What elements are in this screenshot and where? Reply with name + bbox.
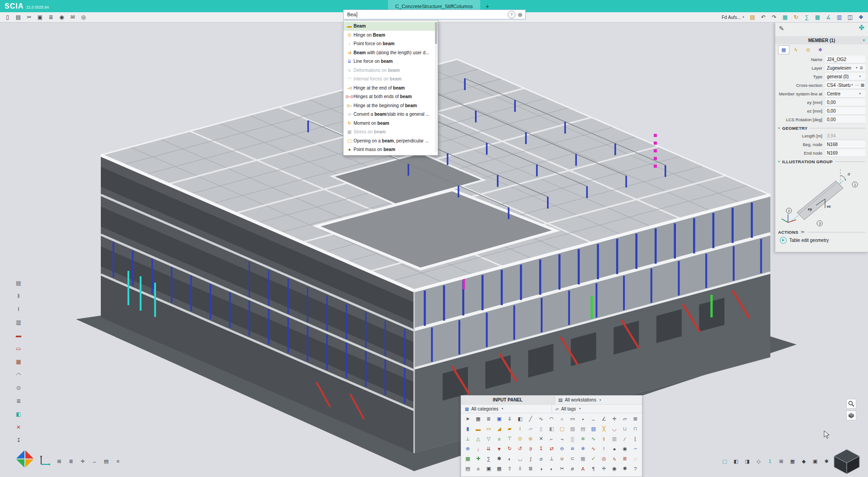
- cross-link-icon[interactable]: ✕: [536, 434, 546, 444]
- view-settings-icon[interactable]: ✱: [821, 457, 831, 466]
- numbering-icon[interactable]: 1: [765, 457, 775, 466]
- scrollbar-thumb[interactable]: [435, 22, 437, 44]
- help-tool-icon[interactable]: ?: [630, 464, 641, 473]
- tags-dropdown[interactable]: ▱ All tags ▾: [552, 405, 642, 413]
- result-internal-forces-on-beam[interactable]: ◠ Internal forces on beam: [344, 75, 438, 84]
- deformed-shape-icon[interactable]: ◡: [515, 454, 525, 463]
- result-opening-on-beam[interactable]: ▢ Opening on a beam, perpendicular ...: [344, 137, 438, 146]
- label-tool-icon[interactable]: ¶: [588, 464, 599, 473]
- report-editor-icon[interactable]: ≡: [473, 464, 483, 473]
- view-grid-icon[interactable]: ⊞: [54, 457, 64, 466]
- input-panel-title[interactable]: INPUT PANEL: [461, 396, 555, 404]
- pretension-load-icon[interactable]: ⇄: [546, 444, 557, 453]
- column-member-icon[interactable]: ▮: [462, 424, 473, 434]
- import-model-icon[interactable]: ⇓: [505, 414, 515, 424]
- dropdown-caret-icon[interactable]: ▾: [856, 66, 858, 70]
- gap-element-icon[interactable]: ∕: [620, 434, 630, 444]
- panel-tab-loads[interactable]: ϟ: [790, 45, 802, 54]
- results-viewer-icon[interactable]: ◐: [505, 454, 515, 463]
- fit-view-icon[interactable]: ▢: [720, 457, 730, 466]
- text-annotation-icon[interactable]: A: [578, 464, 588, 473]
- dropdown-scrollbar[interactable]: [435, 22, 437, 152]
- shell-2d-icon[interactable]: ◧: [546, 424, 557, 434]
- wind-load-icon[interactable]: ≋: [567, 444, 578, 453]
- dropdown-caret-icon[interactable]: ▾: [859, 92, 861, 95]
- surface-load-icon[interactable]: ▼: [494, 444, 505, 453]
- search-input[interactable]: Bea ? ⊗: [343, 9, 526, 19]
- scia-spatial-logo[interactable]: [14, 449, 35, 471]
- result-beam-user-defined[interactable]: ⇉ Beam with (along the length) user d...: [344, 48, 438, 57]
- new-cross-section-icon[interactable]: Ⅰ: [515, 424, 525, 434]
- layers-bottom-icon[interactable]: ≡: [113, 457, 123, 466]
- collapse-chevron-icon[interactable]: ▾: [863, 38, 865, 43]
- panel-tab-hinges[interactable]: ⊙: [802, 45, 814, 54]
- tendon-member-icon[interactable]: ◡: [609, 424, 619, 434]
- assistant-icon[interactable]: ✤: [859, 24, 864, 32]
- levels-icon[interactable]: ≣: [66, 457, 76, 466]
- document-search-icon[interactable]: ◎: [78, 13, 89, 22]
- arc-tool-icon[interactable]: ◠: [546, 414, 557, 424]
- storeys-icon[interactable]: ▤: [101, 457, 111, 466]
- help-icon[interactable]: ?: [508, 11, 515, 19]
- property-value[interactable]: 3,94: [826, 132, 865, 140]
- parallel-members-icon[interactable]: ‖: [14, 291, 24, 301]
- point-load-icon[interactable]: ↓: [473, 444, 483, 453]
- grid-toggle-icon[interactable]: ▦: [788, 457, 797, 466]
- table-input-icon[interactable]: ▦: [780, 13, 790, 22]
- polyline-tool-icon[interactable]: ∿: [536, 414, 546, 424]
- point-spring-icon[interactable]: ∿: [588, 434, 599, 444]
- clear-search-icon[interactable]: ⊗: [518, 11, 523, 18]
- section-profile-icon[interactable]: Ⅰ: [14, 304, 24, 314]
- isometric-cube-icon[interactable]: [846, 411, 856, 420]
- new-document-icon[interactable]: ▤: [462, 464, 473, 473]
- support-roller-icon[interactable]: ▽: [483, 434, 494, 444]
- internal-forces-icon[interactable]: ∫: [525, 454, 536, 463]
- circle-tool-icon[interactable]: ○: [557, 414, 567, 424]
- line-moment-icon[interactable]: ↺: [515, 444, 525, 453]
- action-table-edit-geometry[interactable]: ▶ Table edit geometry: [775, 236, 868, 245]
- stiffener-icon[interactable]: ‖: [599, 434, 609, 444]
- view-front-icon[interactable]: ◨: [742, 457, 752, 466]
- redo-icon[interactable]: ↷: [769, 13, 779, 22]
- accidental-load-icon[interactable]: !: [599, 444, 609, 453]
- plate-2d-icon[interactable]: ▱: [525, 424, 536, 434]
- punching-check-icon[interactable]: ◎: [599, 454, 609, 463]
- value-action-icon[interactable]: ≣: [859, 66, 863, 70]
- clipping-planes-icon[interactable]: ✂: [557, 464, 567, 473]
- print-icon[interactable]: ▣: [35, 13, 45, 22]
- hinge-node-icon[interactable]: ⊙: [14, 383, 24, 393]
- result-line-force-on-beam[interactable]: ⇊ Line force on beam: [344, 57, 438, 66]
- steel-check-icon[interactable]: ✓: [588, 454, 599, 463]
- property-value[interactable]: general (0) ▾: [826, 73, 865, 80]
- ucs-tool-icon[interactable]: ⊞: [630, 414, 641, 424]
- undo-icon[interactable]: ↶: [758, 13, 769, 22]
- illustration-section-header[interactable]: ▾ ILLUSTRATION GROUP: [775, 158, 868, 165]
- pad-foundation-icon[interactable]: ⊔: [620, 424, 630, 434]
- line-hinge-icon[interactable]: ⊚: [525, 434, 536, 444]
- result-beam[interactable]: ▬ Beam: [344, 22, 438, 31]
- combinations-icon[interactable]: ∪: [557, 454, 567, 463]
- dimension-tool-icon[interactable]: ↔: [588, 414, 599, 424]
- mesh-generate-icon[interactable]: ▩: [462, 454, 473, 463]
- result-point-mass-on-beam[interactable]: ● Point mass on beam: [344, 145, 438, 154]
- new-document-icon[interactable]: ▯: [2, 13, 13, 22]
- thermal-load-icon[interactable]: ϑ: [525, 444, 536, 453]
- subsoil-icon[interactable]: ▒: [567, 434, 578, 444]
- concrete-settings-icon[interactable]: ▦: [578, 454, 588, 463]
- property-value[interactable]: Zugewiesen ▾ ≣: [826, 64, 865, 72]
- material-brick-icon[interactable]: ▦: [14, 357, 24, 367]
- render-settings-icon[interactable]: ✱: [620, 464, 630, 473]
- result-hinge-at-beginning[interactable]: o– Hinge at the beginning of beam: [344, 101, 438, 110]
- result-tables-icon[interactable]: ▦: [494, 464, 505, 473]
- selection-filter-dropdown[interactable]: Fd Aufs... ▾: [722, 15, 744, 20]
- wall-2d-icon[interactable]: ▯: [536, 424, 546, 434]
- angle-tool-icon[interactable]: ∠: [599, 414, 609, 424]
- import-data-icon[interactable]: ⇩: [515, 464, 525, 473]
- calculate-icon[interactable]: ∑: [802, 13, 812, 22]
- result-classes-icon[interactable]: ⊂: [567, 454, 578, 463]
- opening-2d-icon[interactable]: ▢: [557, 424, 567, 434]
- activity-filter-icon[interactable]: ◑: [536, 464, 546, 473]
- picture-gallery-icon[interactable]: ▣: [483, 464, 494, 473]
- arbitrary-member-icon[interactable]: ▰: [505, 424, 515, 434]
- result-hinge-at-end-of-beam[interactable]: –o Hinge at the end of beam: [344, 84, 438, 93]
